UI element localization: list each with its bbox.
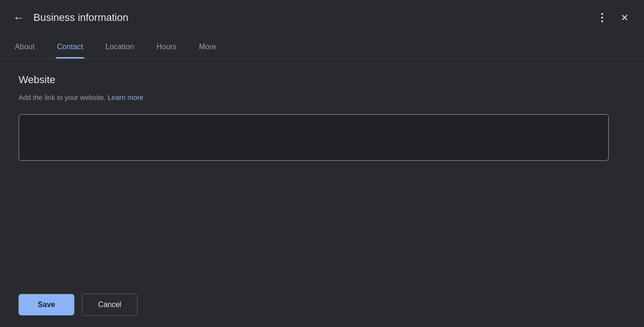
back-icon: ← xyxy=(13,11,24,24)
header: ← Business information ✕ xyxy=(0,0,644,35)
close-button[interactable]: ✕ xyxy=(614,7,635,28)
save-button[interactable]: Save xyxy=(19,294,74,315)
footer: Save Cancel xyxy=(0,282,644,327)
header-actions: ✕ xyxy=(592,7,635,28)
website-description: Add the link to your website. Learn more xyxy=(19,93,625,101)
dialog: ← Business information ✕ About Contact L… xyxy=(0,0,644,327)
tab-location[interactable]: Location xyxy=(94,35,145,59)
more-options-button[interactable] xyxy=(592,7,612,28)
back-button[interactable]: ← xyxy=(9,8,28,27)
tabs-bar: About Contact Location Hours More xyxy=(0,35,644,59)
learn-more-link[interactable]: Learn more xyxy=(108,93,144,101)
cancel-button[interactable]: Cancel xyxy=(82,294,138,316)
tab-about[interactable]: About xyxy=(4,35,46,59)
website-section-title: Website xyxy=(19,74,625,86)
tab-contact[interactable]: Contact xyxy=(46,35,94,59)
tab-hours[interactable]: Hours xyxy=(145,35,188,59)
website-input[interactable] xyxy=(19,114,609,161)
content-area: Website Add the link to your website. Le… xyxy=(0,59,644,282)
three-dots-icon xyxy=(601,13,603,22)
close-icon: ✕ xyxy=(621,12,629,23)
page-title: Business information xyxy=(33,12,592,24)
tab-more[interactable]: More xyxy=(188,35,227,59)
